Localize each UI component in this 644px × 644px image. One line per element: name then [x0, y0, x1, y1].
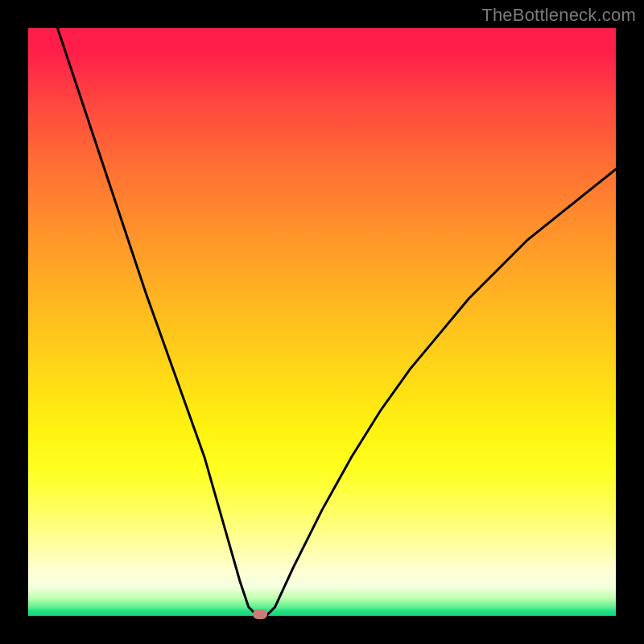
chart-frame: TheBottleneck.com	[0, 0, 644, 644]
watermark-text: TheBottleneck.com	[481, 5, 636, 26]
bottleneck-curve	[28, 28, 616, 616]
optimal-point-marker	[253, 609, 267, 619]
